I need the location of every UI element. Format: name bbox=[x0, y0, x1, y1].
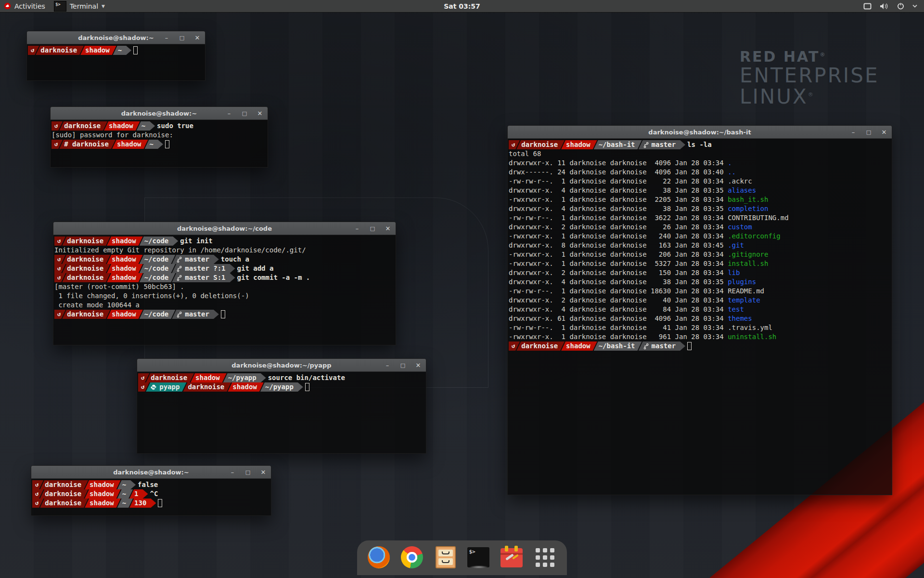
volume-icon[interactable] bbox=[880, 3, 889, 10]
close-button[interactable]: ✕ bbox=[193, 35, 201, 41]
host-segment: shadow bbox=[107, 273, 143, 282]
toolbox-icon bbox=[500, 548, 523, 567]
titlebar-bash-it[interactable]: darknoise@shadow:~/bash-it–□✕ bbox=[508, 126, 892, 139]
maximize-button[interactable]: □ bbox=[399, 363, 407, 368]
terminal-content-home-small[interactable]: ↺darknoiseshadow~ bbox=[27, 44, 205, 80]
prompt-line: ↺darknoiseshadow~/pyappsource bin/activa… bbox=[138, 373, 425, 382]
user-segment: # darknoise bbox=[59, 140, 116, 149]
terminal-output-line: create mode 100644 a bbox=[54, 301, 395, 310]
command-text: touch a bbox=[221, 255, 249, 264]
path-segment: ~ bbox=[137, 121, 155, 131]
maximize-button[interactable]: □ bbox=[178, 35, 186, 40]
terminal-window-code[interactable]: darknoise@shadow:~/code–□✕↺darknoiseshad… bbox=[53, 222, 396, 345]
minimize-button[interactable]: – bbox=[384, 362, 391, 368]
ls-filename: uninstall.sh bbox=[728, 333, 776, 341]
terminal-content-bash-it[interactable]: ↺darknoiseshadow~/bash-itmasterls -latot… bbox=[508, 139, 892, 495]
terminal-window-pyapp[interactable]: darknoise@shadow:~/pyapp–□✕↺darknoisesha… bbox=[137, 358, 426, 454]
exit-code-segment: 1 bbox=[129, 489, 148, 499]
terminal-cursor bbox=[305, 383, 309, 391]
focused-app-menu[interactable]: $> Terminal ▼ bbox=[49, 0, 110, 12]
minimize-button[interactable]: – bbox=[225, 110, 233, 117]
close-button[interactable]: ✕ bbox=[256, 110, 264, 117]
user-segment: darknoise bbox=[62, 255, 110, 264]
terminal-content-code[interactable]: ↺darknoiseshadow~/codegit initInitialize… bbox=[53, 235, 396, 345]
ls-row: -rw-rw-r--. 1 darknoise darknoise 18630 … bbox=[509, 287, 891, 296]
dock-item-firefox[interactable] bbox=[368, 546, 391, 569]
host-segment: shadow bbox=[85, 480, 121, 489]
caret-down-icon[interactable] bbox=[912, 4, 917, 8]
brand-line-redhat: RED HAT® bbox=[740, 48, 879, 65]
user-segment: darknoise bbox=[62, 310, 110, 319]
close-button[interactable]: ✕ bbox=[259, 469, 267, 475]
power-icon[interactable] bbox=[897, 2, 904, 10]
titlebar-code[interactable]: darknoise@shadow:~/code–□✕ bbox=[53, 222, 396, 235]
user-segment: darknoise bbox=[59, 121, 107, 131]
prompt-line: ↺darknoiseshadow~/codemaster bbox=[54, 310, 395, 319]
minimize-button[interactable]: – bbox=[353, 225, 361, 232]
command-text: git commit -a -m . bbox=[237, 273, 310, 282]
terminal-window-bash-it[interactable]: darknoise@shadow:~/bash-it–□✕↺darknoises… bbox=[507, 125, 892, 495]
titlebar-exitcodes[interactable]: darknoise@shadow:~–□✕ bbox=[31, 466, 271, 479]
ls-row: drwx------. 24 darknoise darknoise 4096 … bbox=[509, 168, 891, 177]
ls-row: -rw-rw-r--. 1 darknoise darknoise 41 Jan… bbox=[509, 323, 891, 332]
maximize-button[interactable]: □ bbox=[865, 130, 873, 135]
user-segment: darknoise bbox=[40, 499, 88, 508]
path-segment: ~/code bbox=[140, 236, 179, 246]
terminal-window-exitcodes[interactable]: darknoise@shadow:~–□✕↺darknoiseshadow~fa… bbox=[31, 465, 271, 516]
git-segment: master bbox=[172, 310, 219, 319]
terminal-content-exitcodes[interactable]: ↺darknoiseshadow~false↺darknoiseshadow~1… bbox=[31, 479, 271, 515]
ls-filename: .gitignore bbox=[728, 250, 768, 258]
maximize-button[interactable]: □ bbox=[369, 226, 376, 231]
prompt-line: ↺darknoiseshadow~/bash-itmaster bbox=[509, 342, 891, 351]
ls-filename: themes bbox=[728, 315, 752, 322]
minimize-button[interactable]: – bbox=[849, 129, 857, 135]
firefox-icon bbox=[368, 546, 390, 568]
terminal-window-sudo[interactable]: darknoise@shadow:~–□✕↺darknoiseshadow~su… bbox=[50, 106, 268, 168]
top-bar: Activities $> Terminal ▼ Sat 03:57 bbox=[0, 0, 924, 13]
ls-filename: .editorconfig bbox=[728, 232, 781, 240]
minimize-button[interactable]: – bbox=[229, 469, 236, 475]
maximize-button[interactable]: □ bbox=[241, 111, 248, 116]
host-segment: shadow bbox=[107, 236, 143, 246]
dock-item-files[interactable] bbox=[434, 546, 457, 569]
terminal-content-sudo[interactable]: ↺darknoiseshadow~sudo true[sudo] passwor… bbox=[51, 120, 268, 167]
ls-filename: install.sh bbox=[728, 260, 768, 267]
titlebar-sudo[interactable]: darknoise@shadow:~–□✕ bbox=[51, 107, 268, 120]
terminal-content-pyapp[interactable]: ↺darknoiseshadow~/pyappsource bin/activa… bbox=[137, 372, 426, 453]
ls-row: drwxrwxr-x. 2 darknoise darknoise 40 Jan… bbox=[509, 296, 891, 305]
terminal-output-line: total 68 bbox=[509, 149, 891, 158]
titlebar-pyapp[interactable]: darknoise@shadow:~/pyapp–□✕ bbox=[137, 359, 426, 372]
dock-item-app-grid[interactable] bbox=[534, 546, 557, 569]
ls-filename: aliases bbox=[728, 186, 756, 194]
host-segment: shadow bbox=[112, 140, 148, 149]
prompt-line: ↺darknoiseshadow~false bbox=[32, 480, 270, 489]
terminal-output-line: [sudo] password for darknoise: bbox=[51, 131, 267, 140]
activities-button[interactable]: Activities bbox=[14, 0, 49, 12]
command-text: git init bbox=[180, 236, 212, 246]
prompt-line: ↺darknoiseshadow~/codemastertouch a bbox=[54, 255, 395, 264]
clock[interactable]: Sat 03:57 bbox=[0, 2, 924, 10]
display-icon[interactable] bbox=[863, 3, 872, 10]
terminal-window-home-small[interactable]: darknoise@shadow:~–□✕↺darknoiseshadow~ bbox=[26, 31, 205, 81]
close-button[interactable]: ✕ bbox=[414, 362, 422, 368]
ls-row: -rwxrwxr-x. 1 darknoise darknoise 5327 J… bbox=[509, 259, 891, 268]
dock-item-chrome[interactable] bbox=[401, 546, 424, 569]
prompt-line: ↺pyappdarknoiseshadow~/pyapp bbox=[138, 382, 425, 392]
host-segment: shadow bbox=[85, 489, 121, 499]
titlebar-home-small[interactable]: darknoise@shadow:~–□✕ bbox=[27, 31, 205, 44]
close-button[interactable]: ✕ bbox=[880, 129, 888, 135]
window-title: darknoise@shadow:~/pyapp bbox=[231, 362, 331, 369]
prompt-line: ↺darknoiseshadow~/codemaster ?:1git add … bbox=[54, 264, 395, 273]
dock-item-terminal[interactable]: $> bbox=[467, 546, 490, 569]
ls-filename: test bbox=[728, 305, 744, 313]
system-status-area[interactable] bbox=[863, 2, 924, 10]
host-segment: shadow bbox=[228, 382, 264, 392]
command-text: ^C bbox=[150, 489, 158, 499]
ls-row: drwxrwxr-x. 4 darknoise darknoise 38 Jan… bbox=[509, 277, 891, 287]
maximize-button[interactable]: □ bbox=[244, 470, 252, 475]
dock-item-toolbox[interactable] bbox=[500, 546, 524, 569]
git-segment: master bbox=[639, 342, 686, 351]
minimize-button[interactable]: – bbox=[163, 35, 170, 41]
ls-row: -rwxrwxr-x. 1 darknoise darknoise 206 Ja… bbox=[509, 250, 891, 259]
close-button[interactable]: ✕ bbox=[384, 225, 392, 232]
